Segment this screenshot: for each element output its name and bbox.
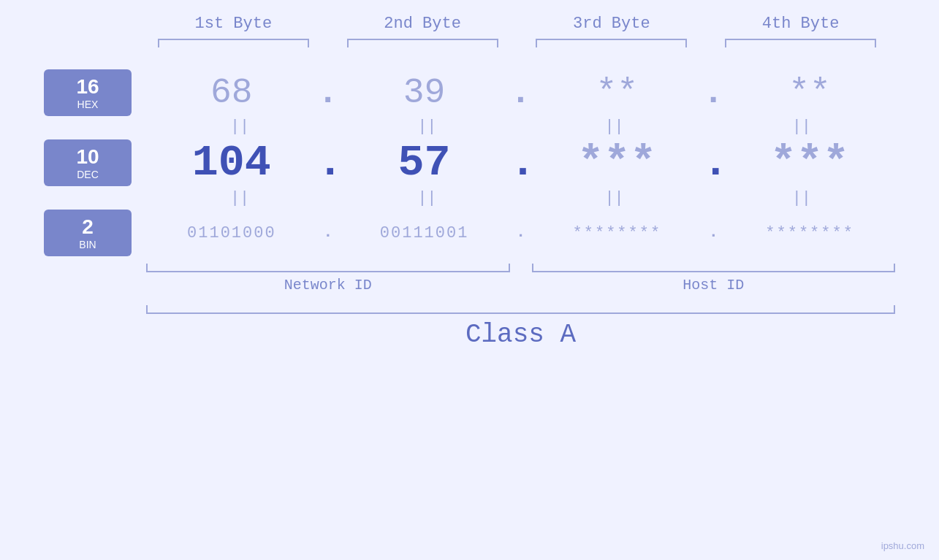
bracket-cell-3 xyxy=(517,39,707,47)
eq1-c2: || xyxy=(333,119,520,135)
bin-label: 2 BIN xyxy=(44,210,132,256)
equals-row-2: || || || || xyxy=(44,191,895,207)
class-label: Class A xyxy=(363,320,576,350)
bin-b2: 00111001 xyxy=(339,224,510,242)
hex-values: 68 . 39 . ** . ** xyxy=(146,73,895,112)
eq-sign-2b: || xyxy=(417,191,436,207)
byte4-header: 4th Byte xyxy=(706,15,895,33)
dec-row: 10 DEC 104 . 57 . *** . *** xyxy=(44,138,895,188)
dec-label: 10 DEC xyxy=(44,139,132,186)
bin-dot1: . xyxy=(317,225,339,241)
eq2-c3: || xyxy=(521,191,708,207)
dec-b3: *** xyxy=(532,138,703,188)
bracket-2 xyxy=(347,39,498,47)
eq-sign-1b: || xyxy=(417,119,436,135)
bin-row: 2 BIN 01101000 . 00111001 . ******** . *… xyxy=(44,210,895,256)
bottom-brackets xyxy=(44,264,895,272)
eq-sign-1d: || xyxy=(792,119,811,135)
network-bracket xyxy=(146,264,510,272)
bin-b4: ******** xyxy=(724,224,895,242)
bin-b1: 01101000 xyxy=(146,224,317,242)
bin-dot2: . xyxy=(510,225,532,241)
eq-sign-2d: || xyxy=(792,191,811,207)
eq-sign-1a: || xyxy=(230,119,249,135)
watermark: ipshu.com xyxy=(881,540,924,551)
dec-dot3: . xyxy=(702,141,724,185)
hex-label: 16 HEX xyxy=(44,69,132,116)
dec-dot2: . xyxy=(510,141,532,185)
bracket-3 xyxy=(536,39,687,47)
hex-b1: 68 xyxy=(146,73,317,112)
dec-number: 10 xyxy=(76,145,99,169)
equals-row-1: || || || || xyxy=(44,119,895,135)
class-bracket-row xyxy=(44,305,895,314)
bin-number: 2 xyxy=(82,215,94,239)
main-container: 1st Byte 2nd Byte 3rd Byte 4th Byte 16 H… xyxy=(0,0,939,560)
hex-dot2: . xyxy=(510,75,532,110)
dec-dot1: . xyxy=(317,141,339,185)
bin-b3: ******** xyxy=(532,224,703,242)
class-bracket xyxy=(146,305,895,314)
bracket-cell-4 xyxy=(706,39,895,47)
bracket-cell-2 xyxy=(328,39,517,47)
hex-number: 16 xyxy=(76,75,99,99)
hex-dot3: . xyxy=(702,75,724,110)
hex-b3: ** xyxy=(532,73,703,112)
bin-name: BIN xyxy=(79,239,96,250)
eq2-c4: || xyxy=(708,191,895,207)
bracket-4 xyxy=(725,39,876,47)
bracket-cell-1 xyxy=(139,39,328,47)
hex-name: HEX xyxy=(77,99,99,110)
dec-b2: 57 xyxy=(339,138,510,188)
byte2-header: 2nd Byte xyxy=(328,15,517,33)
eq1-c1: || xyxy=(146,119,333,135)
dec-b4: *** xyxy=(724,138,895,188)
eq2-c2: || xyxy=(333,191,520,207)
top-brackets xyxy=(44,39,895,47)
byte1-header: 1st Byte xyxy=(139,15,328,33)
eq2-c1: || xyxy=(146,191,333,207)
byte3-header: 3rd Byte xyxy=(517,15,707,33)
network-id-label: Network ID xyxy=(146,277,510,294)
dec-name: DEC xyxy=(77,169,99,180)
eq-sign-2a: || xyxy=(230,191,249,207)
host-id-label: Host ID xyxy=(532,277,896,294)
eq-sign-1c: || xyxy=(604,119,623,135)
bracket-1 xyxy=(158,39,309,47)
bin-dot3: . xyxy=(702,225,724,241)
hex-b4: ** xyxy=(724,73,895,112)
host-bracket xyxy=(532,264,896,272)
dec-values: 104 . 57 . *** . *** xyxy=(146,138,895,188)
dec-b1: 104 xyxy=(146,138,317,188)
eq1-c4: || xyxy=(708,119,895,135)
byte-headers: 1st Byte 2nd Byte 3rd Byte 4th Byte xyxy=(44,15,895,33)
bin-values: 01101000 . 00111001 . ******** . *******… xyxy=(146,224,895,242)
hex-dot1: . xyxy=(317,75,339,110)
eq-sign-2c: || xyxy=(604,191,623,207)
id-labels: Network ID Host ID xyxy=(44,277,895,294)
hex-b2: 39 xyxy=(339,73,510,112)
eq1-c3: || xyxy=(521,119,708,135)
hex-row: 16 HEX 68 . 39 . ** . ** xyxy=(44,69,895,116)
